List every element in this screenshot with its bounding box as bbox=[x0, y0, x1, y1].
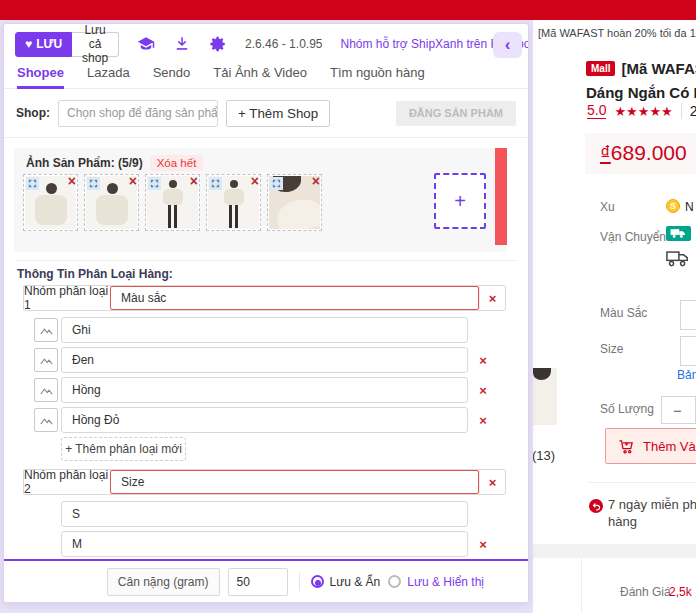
mall-badge: Mall bbox=[586, 61, 615, 76]
xu-value: N bbox=[685, 200, 694, 214]
rating-score[interactable]: 5.0 bbox=[587, 103, 606, 119]
heart-icon: ♥ bbox=[25, 37, 32, 51]
weight-input[interactable] bbox=[228, 568, 288, 596]
remove-image-icon[interactable]: × bbox=[129, 174, 137, 188]
radio-save-hide[interactable]: Lưu & Ẩn bbox=[311, 575, 381, 589]
collapse-panel-button[interactable]: ‹ bbox=[493, 32, 522, 58]
price-box: ₫689.000 bbox=[585, 133, 696, 174]
return-policy-icon bbox=[589, 499, 603, 513]
remove-image-icon[interactable]: × bbox=[68, 174, 76, 188]
variation-option-input[interactable] bbox=[61, 377, 468, 403]
variation-option-row bbox=[61, 501, 528, 527]
review-section-count[interactable]: 2,5k bbox=[669, 585, 692, 599]
variation-option-row bbox=[61, 317, 528, 343]
color-option-button[interactable] bbox=[680, 300, 696, 330]
variation-group-label: Nhóm phân loại 1 bbox=[24, 286, 110, 310]
expand-icon[interactable] bbox=[270, 177, 283, 190]
remove-option-icon[interactable]: × bbox=[476, 383, 490, 398]
variation-option-input[interactable] bbox=[61, 347, 468, 373]
variation-option-input[interactable] bbox=[61, 407, 468, 433]
product-image-thumbnail[interactable]: × bbox=[23, 174, 78, 231]
tab-t-i-nh-video[interactable]: Tải Ảnh & Video bbox=[213, 65, 307, 89]
remove-image-icon[interactable]: × bbox=[190, 174, 198, 188]
divider bbox=[299, 573, 300, 591]
return-policy-text: 7 ngày miễn ph hàng bbox=[608, 496, 696, 530]
xu-label: Xu bbox=[600, 200, 615, 214]
size-option-button[interactable] bbox=[680, 336, 696, 366]
add-variation-group-button[interactable]: + Thêm phân loại mới bbox=[61, 437, 186, 461]
tab-t-m-ngu-n-h-ng[interactable]: Tìm nguồn hàng bbox=[330, 65, 425, 89]
shopee-coin-icon: S bbox=[666, 199, 680, 213]
radio-selected-icon[interactable] bbox=[311, 575, 324, 588]
scrollbar-thumb[interactable] bbox=[495, 148, 507, 245]
expand-icon[interactable] bbox=[87, 177, 100, 190]
clear-all-images-button[interactable]: Xóa hết bbox=[150, 155, 204, 171]
rating-row: 5.0 ★★★★★ 2 Đ bbox=[587, 103, 696, 119]
divider bbox=[581, 558, 582, 613]
gear-icon[interactable] bbox=[209, 34, 227, 54]
remove-option-icon[interactable]: × bbox=[476, 413, 490, 428]
remove-image-icon[interactable]: × bbox=[251, 174, 259, 188]
post-product-button[interactable]: ĐĂNG SẢN PHẨM bbox=[396, 101, 516, 126]
remove-option-icon[interactable]: × bbox=[476, 353, 490, 368]
remove-image-icon[interactable]: × bbox=[312, 174, 320, 188]
variation-group-name-input[interactable] bbox=[110, 470, 479, 494]
image-placeholder-icon[interactable] bbox=[34, 378, 58, 402]
remove-group-icon[interactable]: × bbox=[479, 286, 505, 310]
divider bbox=[16, 260, 516, 261]
divider bbox=[587, 482, 696, 483]
remove-option-icon[interactable]: × bbox=[476, 537, 490, 552]
add-to-cart-button[interactable]: Thêm Vào Giỏ bbox=[605, 428, 696, 464]
graduation-cap-icon[interactable] bbox=[137, 34, 155, 54]
product-image-thumbnail[interactable]: × bbox=[267, 174, 322, 231]
remove-group-icon[interactable]: × bbox=[479, 470, 505, 494]
radio-unselected-icon[interactable] bbox=[388, 575, 401, 588]
shipxanh-panel: ♥LƯU Lưu cả shop 2.6.46 - 1.0.95 Nhóm hỗ… bbox=[3, 23, 529, 603]
expand-icon[interactable] bbox=[26, 177, 39, 190]
add-image-button[interactable]: + bbox=[434, 173, 486, 229]
image-placeholder-icon[interactable] bbox=[34, 318, 58, 342]
variations-list: Nhóm phân loại 1××××+ Thêm phân loại mới… bbox=[4, 285, 528, 591]
variation-group-row: Nhóm phân loại 2× bbox=[23, 469, 506, 495]
product-price: ₫689.000 bbox=[600, 141, 687, 165]
panel-header: ♥LƯU Lưu cả shop 2.6.46 - 1.0.95 Nhóm hỗ… bbox=[15, 31, 486, 57]
variation-group-row: Nhóm phân loại 1× bbox=[23, 285, 506, 311]
save-all-shop-button[interactable]: Lưu cả shop bbox=[72, 32, 119, 57]
image-placeholder-icon[interactable] bbox=[34, 408, 58, 432]
tab-sendo[interactable]: Sendo bbox=[153, 65, 191, 89]
download-icon[interactable] bbox=[173, 34, 191, 54]
variation-option-input[interactable] bbox=[61, 501, 468, 527]
tab-bar: ShopeeLazadaSendoTải Ảnh & VideoTìm nguồ… bbox=[17, 65, 516, 89]
expand-icon[interactable] bbox=[209, 177, 222, 190]
add-shop-button[interactable]: + Thêm Shop bbox=[226, 100, 330, 127]
tab-shopee[interactable]: Shopee bbox=[17, 65, 64, 89]
variation-option-row: × bbox=[61, 407, 528, 433]
product-image-thumbnail[interactable]: × bbox=[84, 174, 139, 231]
expand-icon[interactable] bbox=[148, 177, 161, 190]
variation-group-name-input[interactable] bbox=[110, 286, 479, 310]
shop-row: Shop: Chọn shop để đăng sản phẩm + Thêm … bbox=[16, 99, 516, 127]
shipping-label: Vận Chuyển bbox=[600, 230, 666, 244]
save-button[interactable]: ♥LƯU bbox=[15, 32, 72, 57]
image-carousel-count: (13) bbox=[532, 448, 555, 463]
product-image-thumbnail[interactable]: × bbox=[206, 174, 261, 231]
radio-save-show[interactable]: Lưu & Hiển thị bbox=[388, 575, 484, 589]
size-chart-link[interactable]: Bản bbox=[677, 368, 696, 382]
product-image-thumbnail[interactable]: × bbox=[145, 174, 200, 231]
review-count[interactable]: 2 Đ bbox=[690, 103, 696, 119]
variation-option-input[interactable] bbox=[61, 531, 468, 557]
variation-option-input[interactable] bbox=[61, 317, 468, 343]
image-placeholder-icon[interactable] bbox=[34, 348, 58, 372]
voucher-text: [Mã WAFAST hoàn 20% tối đa 100k bbox=[538, 27, 696, 39]
product-images-section: Ảnh Sản Phẩm: (5/9) Xóa hết ××××× + bbox=[14, 148, 507, 252]
variations-heading: Thông Tin Phân Loại Hàng: bbox=[17, 267, 173, 281]
tab-lazada[interactable]: Lazada bbox=[87, 65, 130, 89]
size-label: Size bbox=[600, 342, 623, 356]
quantity-decrease-button[interactable]: − bbox=[661, 396, 696, 424]
variation-group-label: Nhóm phân loại 2 bbox=[24, 470, 110, 494]
free-shipping-icon bbox=[666, 226, 691, 241]
shop-select[interactable]: Chọn shop để đăng sản phẩm bbox=[58, 100, 218, 127]
weight-label: Cân nặng (gram) bbox=[107, 568, 220, 596]
divider bbox=[681, 103, 682, 119]
panel-footer: Cân nặng (gram) Lưu & Ẩn Lưu & Hiển thị bbox=[4, 559, 528, 602]
